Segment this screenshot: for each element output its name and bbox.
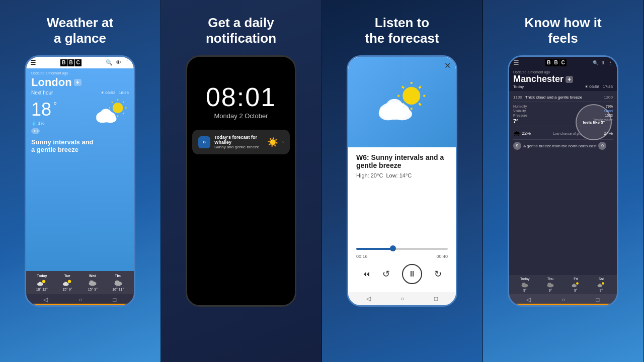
svg-line-7 [123,102,124,103]
temperature-val: 7° [513,118,519,124]
weather-main-1: Updated a moment ago London + Next hour … [26,68,134,271]
forecast-day-thu: Thu 16° 11° [107,274,130,291]
plus-badge-1[interactable]: + [74,79,82,86]
phone-3: ✕ W6: Su [347,55,457,307]
main-temp-1: 18 [31,101,51,119]
uv-badge: 10 [31,128,40,134]
audio-title: W6: Sunny intervals and a gentle breeze [356,153,448,169]
updated-text-4: Updated a moment ago [513,70,613,74]
wind-badge: 9 [513,142,521,150]
more-icon-4[interactable]: ⋮ [608,60,613,65]
audio-controls: ⏮ ↺ ⏸ ↻ [348,259,456,292]
svg-line-23 [117,286,117,287]
square-btn-1[interactable]: □ [113,296,116,303]
phone-nav-3: ◁ ○ □ [348,292,456,305]
sunrise-sunset: ☀ 06:52 16:36 [101,90,129,95]
progress-bar[interactable] [356,248,448,250]
back-btn-3[interactable]: ◁ [366,295,371,302]
svg-point-46 [602,283,604,285]
audio-thumbnail [348,57,456,147]
detail-weather-list: 1100 Thick cloud and a gentle breeze 120… [509,91,617,275]
panel-audio: Listen to the forecast ✕ [322,0,483,362]
bbc-c-4: C [560,59,567,66]
home-btn-4[interactable]: ○ [561,296,565,303]
rewind-icon[interactable]: ↺ [382,268,390,280]
svg-line-6 [123,113,124,114]
audio-progress: 00:16 00:40 [348,244,456,259]
detail-city-row: Updated a moment ago Manchester + Today … [509,68,617,91]
topbar-1: ☰ B B C 🔍 👁 ⋮ [26,57,134,68]
eye-icon[interactable]: 👁 [116,59,121,66]
rain-chance-1: 💧 1% [31,121,57,126]
wind-badge-2: 9 [598,142,606,150]
city-name-4: Manchester [513,74,564,84]
play-pause-button[interactable]: ⏸ [402,264,422,284]
low-chance-label: Low chance of p... [553,132,582,135]
bbc-c: C [75,59,82,66]
wind-row: 9 A gentle breeze from the north north e… [513,139,613,152]
bbc-b2-4: B [552,59,559,66]
svg-line-31 [402,86,404,88]
notif-body: Sunny and gentle breeze [214,145,263,149]
temp-row-1: 18 ° [31,101,57,119]
rain-chance-left: 22% [522,131,531,136]
detail-topbar: ☰ B B C 🔍 ⬆ ⋮ [509,57,617,68]
svg-line-32 [419,104,421,106]
svg-point-22 [115,281,119,284]
notification-card[interactable]: B Today's forecast for Whalley Sunny and… [192,130,290,154]
search-icon[interactable]: 🔍 [106,59,113,66]
updated-text-1: Updated a moment ago [31,71,129,75]
square-btn-3[interactable]: □ [434,295,438,302]
orange-bar-1 [26,304,134,305]
home-btn-1[interactable]: ○ [78,296,82,303]
more-icon[interactable]: ⋮ [124,59,130,66]
svg-point-18 [64,282,67,285]
detail-screen: ☰ B B C 🔍 ⬆ ⋮ Updated a moment ago Manch… [509,57,617,305]
rewind-10-icon[interactable]: ⏮ [362,269,370,279]
search-icon-4[interactable]: 🔍 [593,60,598,65]
share-icon-4[interactable]: ⬆ [601,60,605,65]
svg-point-26 [403,87,420,105]
total-time: 00:40 [436,254,448,259]
progress-thumb [390,245,396,251]
back-btn-1[interactable]: ◁ [43,296,48,303]
audio-subtitle: High: 20°C Low: 14°C [356,172,448,178]
menu-icon[interactable]: ☰ [30,59,36,66]
svg-line-5 [112,102,113,103]
sunrise-4: ☀ 06:58 17:46 [585,84,613,89]
detail-forecast-days: Today 9° Thu 9° [513,277,613,292]
today-label-4: Today [513,84,524,89]
audio-info: W6: Sunny intervals and a gentle breeze … [348,147,456,244]
current-time: 00:16 [356,254,368,259]
plus-badge-4[interactable]: + [566,76,573,83]
svg-point-43 [576,283,579,285]
notif-weather-icon: ☀️ [267,137,278,148]
svg-line-33 [419,86,421,88]
panel-feels: Know how it feels ☰ B B C 🔍 ⬆ ⋮ Updated … [483,0,644,362]
deg-1: ° [53,101,57,111]
city-name-1: London [31,76,72,89]
detail-forecast-fri: Fri 9° [564,277,588,292]
lock-time: 08:01 [206,82,276,112]
progress-fill [356,248,393,250]
panel-3-title: Listen to the forecast [365,15,439,46]
square-btn-4[interactable]: □ [596,296,599,303]
panel-4-title: Know how it feels [524,15,601,46]
home-btn-3[interactable]: ○ [400,295,404,302]
detail-forecast-bar: Today 9° Thu 9° [509,275,617,294]
forecast-day-today: Today 18° 12° [30,274,54,291]
svg-point-40 [522,283,526,287]
panel-2-title: Get a daily notification [206,15,276,46]
bbc-b-4: B [545,59,552,66]
menu-icon-4[interactable]: ☰ [513,59,519,66]
phone-4: ☰ B B C 🔍 ⬆ ⋮ Updated a moment ago Manch… [508,55,618,307]
forward-icon[interactable]: ↻ [434,268,442,280]
back-btn-4[interactable]: ◁ [526,296,531,303]
notif-chevron-icon: › [282,139,284,145]
close-icon[interactable]: ✕ [444,61,451,70]
svg-point-16 [68,280,71,283]
svg-point-38 [386,99,403,113]
panel-1-title: Weather at a glance [47,15,113,46]
svg-point-42 [547,283,551,287]
feels-like-text: feels like 5° [583,120,605,125]
